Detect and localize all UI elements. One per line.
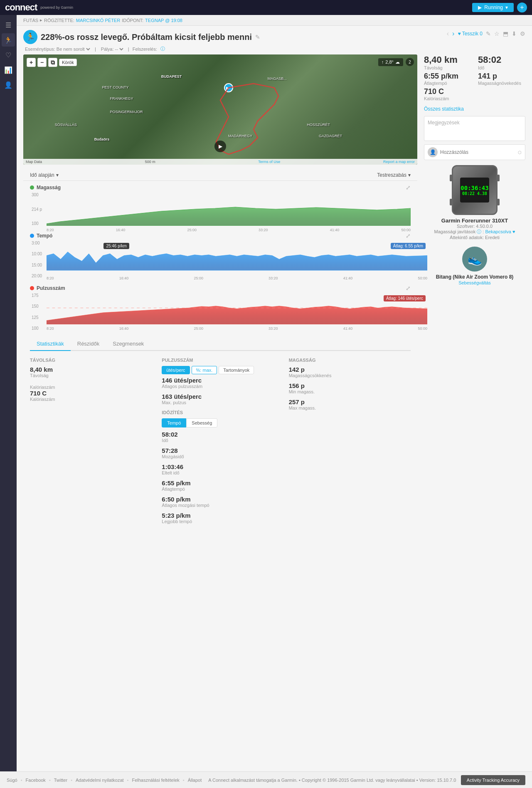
page-footer: Súgó • Facebook • Twitter • Adatvédelmi …: [0, 771, 532, 788]
run-icon: 🏃: [23, 30, 37, 44]
customization-button[interactable]: Testreszabás ▾: [377, 172, 411, 178]
tesz-label: Tesszik: [462, 31, 478, 37]
calibration-info-icon: ⓘ: [477, 229, 481, 234]
add-button[interactable]: +: [517, 2, 527, 12]
running-icon: ▶: [478, 5, 482, 10]
edit-action-icon[interactable]: ✎: [486, 30, 491, 37]
speed-tab[interactable]: Sebesség: [186, 418, 217, 427]
stat-time-label: Idő: [478, 65, 525, 70]
comment-expand-icon[interactable]: ⬡: [518, 150, 522, 155]
time-selector-label: Idő alapján: [30, 172, 54, 178]
stat-pace-label: Átlagtempó: [424, 81, 471, 86]
charts-section: Magasság ⤢ 300 214 p 100: [23, 184, 417, 331]
pace-chart-title: Tempó: [30, 233, 52, 239]
speed-change-link[interactable]: Sebességváltás: [458, 280, 491, 285]
tab-statistics[interactable]: Statisztikák: [30, 337, 71, 351]
footer-status-link[interactable]: Állapot: [188, 778, 202, 783]
moving-time-label: Mozgásidő: [162, 454, 278, 459]
footer-twitter-link[interactable]: Twitter: [54, 778, 67, 783]
timing-header: Időzítés: [162, 410, 278, 415]
hr-range-button[interactable]: Tartományok: [219, 366, 254, 374]
customization-dropdown-icon: ▾: [408, 172, 411, 178]
sidebar-user-icon[interactable]: 👤: [2, 78, 15, 91]
pace-expand-icon[interactable]: ⤢: [406, 232, 411, 239]
star-icon[interactable]: ☆: [494, 30, 500, 37]
hr-chart: 175 150 125 100: [30, 293, 411, 331]
footer-facebook-link[interactable]: Facebook: [26, 778, 46, 783]
tab-laps[interactable]: Részidők: [71, 337, 106, 351]
report-link[interactable]: Report a map error: [383, 160, 415, 164]
running-button[interactable]: ▶ Running ▾: [472, 3, 514, 12]
accuracy-button[interactable]: Activity Tracking Accuracy: [461, 775, 525, 785]
edit-title-icon[interactable]: ✎: [255, 34, 260, 40]
watch-image: 00:36:43 08:22 4.38: [452, 165, 498, 215]
elapsed-time-value: 1:03:46: [162, 463, 278, 470]
footer-sep1: •: [21, 778, 22, 783]
weather-icon: ☁: [395, 59, 400, 65]
best-pace-stat: 5:23 p/km Legjobb tempó: [162, 512, 278, 524]
device-section: 00:36:43 08:22 4.38 Garmin Forerunner 31…: [424, 165, 525, 240]
quick-stats: 8,40 km Távolság 58:02 Idő 6:55 p/km Átl…: [424, 54, 525, 101]
track-select[interactable]: Pálya: --: [99, 46, 125, 52]
hr-expand-icon[interactable]: ⤢: [406, 285, 411, 291]
dropdown-arrow-icon: ▾: [505, 5, 508, 10]
terms-link[interactable]: Terms of Use: [258, 160, 280, 164]
share-icon[interactable]: ⬒: [503, 30, 508, 37]
all-stats-link[interactable]: Összes statisztika: [424, 106, 525, 112]
elevation-y-min: 100: [32, 221, 45, 226]
pace-chart-area: 25:46 p/km Átlag: 6.55 p/km 8:2016:4025:…: [47, 241, 427, 280]
main-content: FUTÁS ▸ RÖGZÍTETTE: MARCSINKÓ PÉTER IDŐP…: [17, 15, 532, 771]
elev-gain-stat: 142 p Magasságcsökkenés: [289, 366, 406, 378]
footer-help-link[interactable]: Súgó: [7, 778, 17, 783]
notes-textarea[interactable]: Megjegyzések: [424, 116, 525, 141]
breadcrumb-sep1: ▸: [40, 17, 42, 23]
breadcrumb-time[interactable]: TEGNAP @ 19:08: [145, 18, 182, 23]
pace-tab[interactable]: Tempó: [162, 418, 186, 427]
elevation-expand-icon[interactable]: ⤢: [406, 184, 411, 191]
circles-button[interactable]: Körök: [59, 59, 77, 66]
download-icon[interactable]: ⬇: [512, 30, 517, 37]
prev-arrow-icon[interactable]: ‹: [447, 30, 449, 37]
shoe-name: Bitang (Nike Air Zoom Vomero 8): [424, 274, 525, 280]
hr-pct-tab[interactable]: %: max.: [192, 366, 217, 374]
sidebar-chart-icon[interactable]: 📊: [2, 63, 15, 77]
breadcrumb-sport: FUTÁS: [23, 18, 38, 23]
map-play-button[interactable]: ▶: [214, 141, 226, 152]
footer-terms-link[interactable]: Felhasználási feltételek: [132, 778, 179, 783]
watch-time3: 4.38: [477, 191, 487, 196]
time-basis-button[interactable]: Idő alapján ▾: [30, 172, 59, 178]
sidebar-menu-icon[interactable]: ☰: [2, 18, 15, 32]
breadcrumb-user-link[interactable]: MARCSINKÓ PÉTER: [76, 18, 120, 23]
left-column: BUDAPEST PEST COUNTY FRANKHEGY POSINGERM…: [23, 54, 417, 545]
next-arrow-icon[interactable]: ›: [452, 30, 454, 37]
app-body: ☰ 🏃 ♡ 📊 👤 FUTÁS ▸ RÖGZÍTETTE: MARCSINKÓ …: [0, 15, 532, 771]
settings-icon[interactable]: ⚙: [520, 30, 525, 37]
calibration-value-link[interactable]: Bekapcsolva ♥: [485, 229, 515, 234]
footer-privacy-link[interactable]: Adatvédelmi nyilatkozat: [76, 778, 124, 783]
comment-input[interactable]: [440, 149, 515, 155]
time-dropdown-icon: ▾: [56, 172, 59, 178]
hr-y-max: 175: [32, 293, 45, 298]
sidebar-heart-icon[interactable]: ♡: [2, 48, 15, 62]
zoom-in-button[interactable]: +: [27, 58, 36, 67]
sidebar-run-icon[interactable]: 🏃: [2, 33, 15, 47]
watch-button-left-top: [450, 175, 452, 181]
watch-time2: 08:22: [462, 191, 475, 196]
footer-sep2: •: [49, 778, 51, 783]
hr-bpm-tab[interactable]: ütés/perc: [162, 366, 190, 374]
tesz-button[interactable]: ♥ Tesszik 0: [458, 31, 483, 37]
logo-subtitle: powered by Garmin: [40, 5, 73, 10]
map-data-label: Map Data: [26, 160, 42, 164]
elevation-chart-header: Magasság ⤢: [30, 184, 411, 191]
elevation-header: Magasság: [289, 358, 406, 363]
footer-links: Súgó • Facebook • Twitter • Adatvédelmi …: [7, 778, 456, 783]
zoom-out-button[interactable]: −: [37, 58, 47, 67]
elev-gain-label: Magasságcsökkenés: [289, 373, 406, 378]
event-type-select[interactable]: Eseménytípus: Be nem sorolt: [23, 46, 91, 52]
tab-segments[interactable]: Szegmensek: [106, 337, 150, 351]
layers-button[interactable]: ⧉: [48, 58, 57, 67]
pace-y-axis: 3:00 10:00 15:00 20:00: [30, 241, 47, 278]
stat-distance: 8,40 km Távolság: [424, 54, 471, 70]
stat-distance-label: Távolság: [424, 65, 471, 70]
watch-time2-row: 08:22 4.38: [462, 191, 487, 196]
